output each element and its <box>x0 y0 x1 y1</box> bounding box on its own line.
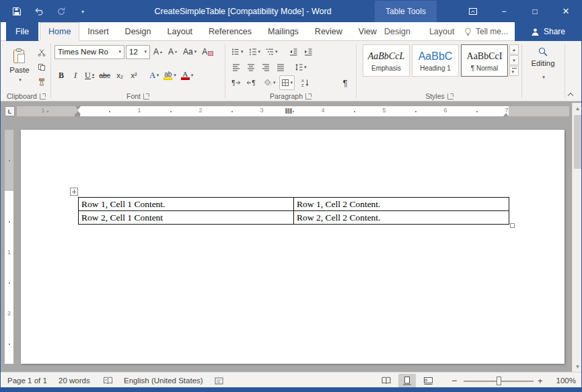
shading-button[interactable] <box>262 75 278 90</box>
tab-insert[interactable]: Insert <box>79 22 116 41</box>
copy-button[interactable] <box>34 60 49 75</box>
collapse-ribbon-button[interactable] <box>568 91 573 97</box>
zoom-out-button[interactable]: − <box>451 373 457 389</box>
status-language[interactable]: English (United States) <box>124 373 203 389</box>
line-spacing-button[interactable] <box>293 60 309 75</box>
zoom-percentage[interactable]: 100% <box>556 373 576 389</box>
minimize-button[interactable]: − <box>488 1 519 22</box>
save-button[interactable] <box>7 1 26 22</box>
clear-formatting-glyph: A <box>202 47 213 56</box>
tab-review[interactable]: Review <box>307 22 351 41</box>
font-family-combo[interactable]: Times New Ro <box>54 45 124 59</box>
maximize-button[interactable]: □ <box>519 1 550 22</box>
style-card-heading1[interactable]: AaBbC Heading 1 <box>412 44 459 77</box>
tab-mailings[interactable]: Mailings <box>260 22 307 41</box>
format-painter-button[interactable] <box>34 75 49 89</box>
shrink-font-button[interactable]: A <box>166 44 180 59</box>
tab-file[interactable]: File <box>6 22 38 41</box>
ltr-text-direction-button[interactable]: ¶ <box>229 75 243 90</box>
cut-button[interactable] <box>34 45 49 60</box>
bullets-button[interactable] <box>229 44 246 59</box>
table-cell-r2c1[interactable]: Row 2, Cell 1 Content <box>79 211 294 225</box>
sort-button[interactable]: AZ <box>299 75 312 90</box>
vertical-scrollbar[interactable]: ▲ ▼ <box>572 103 582 372</box>
horizontal-ruler[interactable]: 1 1 2 3 4 5 6 7 <box>17 106 569 116</box>
underline-button[interactable]: U <box>83 68 96 83</box>
align-right-button[interactable] <box>259 60 272 75</box>
undo-button[interactable] <box>29 1 48 22</box>
share-button[interactable]: Share <box>515 22 581 41</box>
table-resize-handle[interactable] <box>510 223 515 228</box>
styles-more-button[interactable]: ▾ <box>509 66 519 76</box>
view-web-layout-button[interactable] <box>419 374 437 388</box>
table-cell-r1c2[interactable]: Row 1, Cell 2 Content. <box>294 198 509 211</box>
tab-layout[interactable]: Layout <box>159 22 201 41</box>
font-color-button[interactable]: A <box>179 68 196 83</box>
style-card-emphasis[interactable]: AaBbCcL Emphasis <box>363 44 410 77</box>
borders-button[interactable] <box>279 75 295 90</box>
highlight-button[interactable]: ab <box>161 68 178 83</box>
close-button[interactable]: × <box>550 1 581 22</box>
clipboard-launcher[interactable] <box>40 93 46 100</box>
increase-indent-button[interactable] <box>301 44 315 59</box>
ribbon-display-options-button[interactable] <box>458 1 488 22</box>
justify-button[interactable] <box>274 60 287 75</box>
status-proofing[interactable] <box>103 373 113 389</box>
grow-font-button[interactable]: A <box>151 44 165 59</box>
decrease-indent-icon <box>289 48 297 56</box>
tab-home[interactable]: Home <box>40 22 79 41</box>
align-left-button[interactable] <box>229 60 243 75</box>
tab-stop-selector[interactable]: L <box>5 106 15 116</box>
bold-button[interactable]: B <box>54 68 68 83</box>
scroll-down-button[interactable]: ▼ <box>573 361 582 372</box>
tab-design[interactable]: Design <box>117 22 159 41</box>
tab-references[interactable]: References <box>201 22 260 41</box>
left-indent-marker[interactable] <box>75 114 80 116</box>
tab-tabletools-layout[interactable]: Layout <box>420 22 464 41</box>
scroll-up-button[interactable]: ▲ <box>573 103 582 114</box>
qat-customize-button[interactable] <box>73 1 92 22</box>
table-move-handle[interactable] <box>70 188 78 196</box>
tab-tabletools-design[interactable]: Design <box>375 22 420 41</box>
style-card-normal[interactable]: AaBbCcI ¶ Normal <box>461 44 508 77</box>
editing-button[interactable]: Editing <box>523 46 563 81</box>
first-line-indent-marker[interactable] <box>75 106 81 110</box>
table-column-marker[interactable] <box>285 108 292 114</box>
multilevel-list-button[interactable] <box>264 44 280 59</box>
align-center-button[interactable] <box>244 60 258 75</box>
table-cell-r2c2[interactable]: Row 2, Cell 2 Content. <box>294 211 509 225</box>
rtl-text-direction-button[interactable]: ¶ <box>244 75 258 90</box>
status-page-count[interactable]: Page 1 of 1 <box>7 373 47 389</box>
text-effects-button[interactable]: A <box>147 68 161 83</box>
table-cell-r1c1[interactable]: Row 1, Cell 1 Content. <box>79 198 294 211</box>
strikethrough-button[interactable]: abc <box>97 68 112 83</box>
clear-formatting-button[interactable]: A <box>200 44 215 59</box>
show-formatting-marks-button[interactable]: ¶ <box>338 75 352 90</box>
view-read-mode-button[interactable] <box>377 374 395 388</box>
font-launcher[interactable] <box>143 93 149 100</box>
paragraph-launcher[interactable] <box>305 93 312 100</box>
zoom-in-button[interactable]: + <box>538 373 543 389</box>
subscript-button[interactable]: x₂ <box>113 68 126 83</box>
styles-scroll-down-button[interactable]: ▾ <box>509 55 519 65</box>
styles-scroll-up-button[interactable]: ▴ <box>509 44 519 54</box>
paste-dropdown[interactable] <box>17 75 22 83</box>
tellme-button[interactable]: Tell me... <box>464 22 508 41</box>
document-page[interactable]: Row 1, Cell 1 Content. Row 1, Cell 2 Con… <box>21 130 565 364</box>
paste-button[interactable]: Paste <box>5 44 34 89</box>
italic-button[interactable]: I <box>69 68 82 83</box>
zoom-slider-thumb[interactable] <box>497 377 501 385</box>
font-size-combo[interactable]: 12 <box>126 45 150 59</box>
document-table[interactable]: Row 1, Cell 1 Content. Row 1, Cell 2 Con… <box>78 197 509 225</box>
redo-button[interactable] <box>52 1 71 22</box>
superscript-button[interactable]: x² <box>127 68 141 83</box>
decrease-indent-button[interactable] <box>287 44 300 59</box>
status-word-count[interactable]: 20 words <box>59 373 90 389</box>
styles-launcher[interactable] <box>447 93 453 100</box>
scrollbar-thumb[interactable] <box>574 115 581 169</box>
status-macro-record[interactable] <box>215 373 223 389</box>
numbering-button[interactable] <box>247 44 263 59</box>
view-print-layout-button[interactable] <box>398 374 416 388</box>
right-indent-marker[interactable] <box>503 113 509 116</box>
change-case-button[interactable]: Aa <box>181 44 198 59</box>
